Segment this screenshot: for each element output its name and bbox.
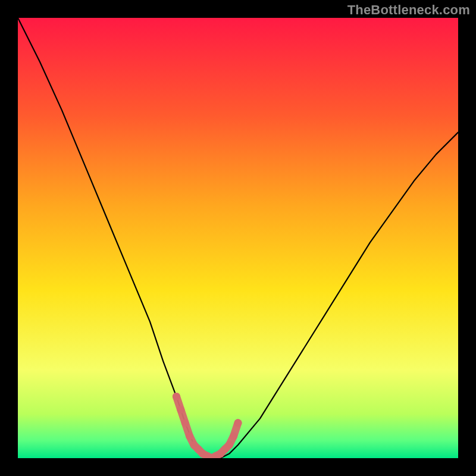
marker-dot <box>186 433 193 440</box>
marker-dot <box>230 433 237 440</box>
plot-area <box>18 18 458 458</box>
marker-dot <box>177 406 184 414</box>
chart-svg <box>18 18 458 458</box>
marker-dot <box>173 393 180 400</box>
marker-dot <box>226 441 233 449</box>
watermark-text: TheBottleneck.com <box>347 2 470 18</box>
marker-dot <box>181 419 189 427</box>
chart-frame: TheBottleneck.com <box>0 0 476 476</box>
gradient-background <box>18 18 458 458</box>
marker-dot <box>234 419 242 427</box>
